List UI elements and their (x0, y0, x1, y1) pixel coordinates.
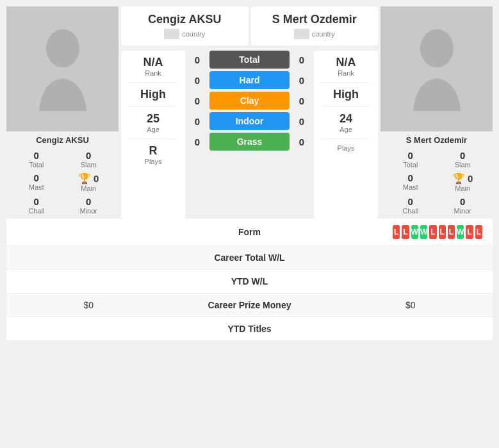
form-row: Form L L W W L L L W L L (6, 219, 493, 246)
player2-trophy-main: 🏆 0 Main (438, 171, 488, 194)
badge-1: L (402, 225, 409, 239)
bottom-stats: Form L L W W L L L W L L Career Total W (6, 219, 493, 340)
surface-row-clay: 0 Clay 0 (188, 92, 311, 110)
badge-5: L (439, 225, 446, 239)
surface-grass-right-score: 0 (292, 137, 311, 147)
badge-7: W (457, 225, 464, 239)
center-col: Cengiz AKSU country S Mert Ozdemir count… (121, 6, 378, 219)
players-layout: Cengiz AKSU 0 Total 0 Slam 0 Mast 🏆 (6, 6, 493, 219)
divider2 (129, 106, 177, 107)
career-wl-label: Career Total W/L (106, 253, 393, 263)
surface-grass-btn[interactable]: Grass (209, 133, 290, 151)
player2-name: S Mert Ozdemir (380, 131, 493, 146)
player1-mast: 0 Mast (12, 171, 61, 194)
prize-label: Career Prize Money (106, 300, 393, 310)
career-wl-row: Career Total W/L (6, 246, 493, 270)
surface-hard-btn[interactable]: Hard (209, 71, 290, 89)
surfaces-panel: 0 Total 0 0 Hard 0 0 Clay 0 (188, 51, 311, 219)
top-names-row: Cengiz AKSU country S Mert Ozdemir count… (121, 6, 378, 46)
player1-plays-item: R Plays (145, 144, 162, 165)
svg-point-1 (420, 29, 454, 67)
player2-card: S Mert Ozdemir 0 Total 0 Slam 0 Mast 🏆 (380, 6, 493, 219)
player1-trophy-icon: 🏆 (78, 172, 91, 185)
surface-indoor-right-score: 0 (292, 116, 311, 127)
player2-slam: 0 Slam (438, 149, 488, 170)
prize-left: $0 (17, 300, 106, 310)
surface-row-grass: 0 Grass 0 (188, 133, 311, 151)
player2-plays-item: Plays (338, 144, 355, 152)
ytd-titles-row: YTD Titles (6, 317, 493, 340)
surface-row-total: 0 Total 0 (188, 51, 311, 69)
player1-name: Cengiz AKSU (6, 131, 119, 146)
surface-total-btn[interactable]: Total (209, 51, 290, 69)
svg-point-0 (46, 29, 79, 67)
prize-right: $0 (393, 300, 482, 310)
player2-flag (294, 29, 309, 39)
player1-silhouette (31, 28, 95, 111)
player1-age-item: 25 Age (147, 112, 160, 133)
player2-avatar (380, 6, 493, 131)
player1-slam: 0 Slam (64, 149, 114, 170)
player1-rank-item: N/A Rank (143, 56, 163, 77)
surface-clay-btn[interactable]: Clay (209, 92, 290, 110)
badge-3: W (420, 225, 427, 239)
form-badges: L L W W L L L W L L (393, 225, 482, 239)
badge-9: L (475, 225, 482, 239)
form-badges-container: L L W W L L L W L L (393, 225, 482, 239)
surface-grass-left-score: 0 (188, 137, 207, 147)
player1-trophy-main: 🏆 0 Main (64, 171, 114, 194)
divider4 (322, 82, 370, 83)
surface-clay-right-score: 0 (292, 95, 311, 106)
badge-6: L (448, 225, 455, 239)
player1-name-center: Cengiz AKSU country (121, 6, 249, 46)
player1-flag (164, 29, 179, 39)
surface-indoor-btn[interactable]: Indoor (209, 112, 290, 130)
player1-high-item: High (140, 88, 166, 101)
divider5 (322, 106, 370, 107)
player1-minor: 0 Minor (64, 195, 114, 216)
player1-total: 0 Total (12, 149, 61, 170)
player1-avatar (6, 6, 119, 131)
badge-0: L (393, 225, 400, 239)
ytd-wl-row: YTD W/L (6, 270, 493, 294)
badge-8: L (466, 225, 473, 239)
player2-age-item: 24 Age (339, 112, 352, 133)
player1-info-panel: N/A Rank High 25 Age R Plays (121, 51, 185, 219)
player2-mast: 0 Mast (386, 171, 436, 194)
ytd-titles-label: YTD Titles (106, 324, 393, 334)
surface-row-indoor: 0 Indoor 0 (188, 112, 311, 130)
middle-area: N/A Rank High 25 Age R Plays (121, 51, 378, 219)
player1-stats: 0 Total 0 Slam 0 Mast 🏆 0 Main (6, 146, 119, 219)
player2-total: 0 Total (386, 149, 436, 170)
surface-hard-right-score: 0 (292, 75, 311, 86)
player1-chall: 0 Chall (12, 195, 61, 216)
ytd-wl-label: YTD W/L (106, 276, 393, 286)
surface-total-right-score: 0 (292, 54, 311, 65)
surface-total-left-score: 0 (188, 54, 207, 65)
badge-2: W (411, 225, 418, 239)
player2-minor: 0 Minor (438, 195, 488, 216)
prize-row: $0 Career Prize Money $0 (6, 294, 493, 317)
divider3 (129, 138, 177, 139)
surface-clay-left-score: 0 (188, 95, 207, 106)
divider1 (129, 82, 177, 83)
player2-silhouette (405, 28, 469, 111)
main-container: Cengiz AKSU 0 Total 0 Slam 0 Mast 🏆 (0, 0, 499, 347)
player2-info-panel: N/A Rank High 24 Age Plays (314, 51, 378, 219)
player2-name-center: S Mert Ozdemir country (251, 6, 379, 46)
player2-chall: 0 Chall (386, 195, 436, 216)
divider6 (322, 138, 370, 139)
surface-row-hard: 0 Hard 0 (188, 71, 311, 89)
surface-hard-left-score: 0 (188, 75, 207, 86)
player2-stats: 0 Total 0 Slam 0 Mast 🏆 0 Main (380, 146, 493, 219)
badge-4: L (429, 225, 436, 239)
player2-high-item: High (333, 88, 359, 101)
player1-card: Cengiz AKSU 0 Total 0 Slam 0 Mast 🏆 (6, 6, 119, 219)
player2-rank-item: N/A Rank (336, 56, 356, 77)
player2-trophy-icon: 🏆 (452, 172, 465, 185)
form-label: Form (106, 227, 393, 237)
surface-indoor-left-score: 0 (188, 116, 207, 127)
